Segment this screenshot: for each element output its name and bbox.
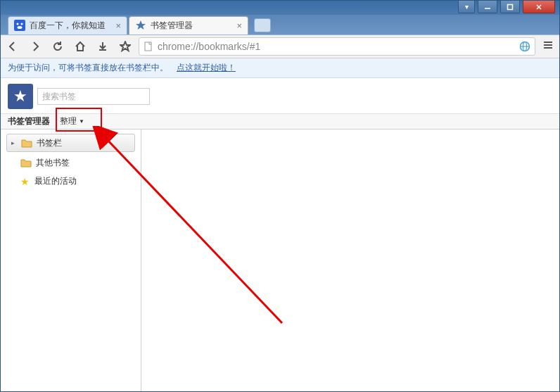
svg-point-6 bbox=[21, 23, 23, 25]
star-icon bbox=[120, 41, 131, 52]
dropdown-triangle-icon: ▼ bbox=[79, 118, 84, 125]
arrow-right-icon bbox=[30, 41, 41, 52]
tree-item-recent[interactable]: ★ 最近的活动 bbox=[1, 172, 141, 190]
organize-menu[interactable]: 整理 ▼ bbox=[60, 115, 84, 127]
tab-strip: 百度一下，你就知道 × 书签管理器 × bbox=[1, 15, 559, 35]
address-bar[interactable]: chrome://bookmarks/#1 bbox=[139, 37, 535, 56]
url-text: chrome://bookmarks/#1 bbox=[158, 41, 515, 52]
bookmark-body: ▸ 书签栏 其他书签 ★ 最近的活动 bbox=[1, 129, 559, 391]
tree-item-label: 最近的活动 bbox=[34, 175, 77, 187]
back-button[interactable] bbox=[6, 40, 19, 53]
manager-label: 书签管理器 bbox=[8, 115, 50, 127]
download-icon bbox=[97, 41, 108, 52]
menu-button[interactable] bbox=[542, 39, 554, 54]
expand-triangle-icon[interactable]: ▸ bbox=[11, 139, 15, 146]
window-dropdown-button[interactable]: ▾ bbox=[458, 1, 475, 13]
info-bar: 为便于访问，可将书签直接放在书签栏中。 点这就开始啦！ bbox=[1, 58, 559, 77]
star-favicon-icon bbox=[135, 20, 146, 31]
new-tab-button[interactable] bbox=[254, 18, 271, 32]
bookmark-menubar: 书签管理器 整理 ▼ bbox=[1, 113, 559, 130]
tree-item-bookmarks-bar[interactable]: ▸ 书签栏 bbox=[6, 134, 135, 152]
folder-icon bbox=[20, 158, 32, 167]
bookmark-list-pane bbox=[141, 129, 559, 391]
svg-marker-8 bbox=[136, 20, 146, 30]
baidu-favicon-icon bbox=[14, 20, 25, 31]
star-icon: ★ bbox=[20, 176, 30, 186]
page-icon bbox=[144, 42, 153, 51]
window-close-button[interactable] bbox=[523, 1, 555, 13]
folder-icon bbox=[21, 138, 32, 148]
arrow-left-icon bbox=[7, 41, 18, 52]
tab-close-icon[interactable]: × bbox=[115, 20, 121, 31]
info-bar-link[interactable]: 点这就开始啦！ bbox=[177, 62, 236, 74]
window-minimize-button[interactable] bbox=[478, 1, 497, 13]
nav-toolbar: chrome://bookmarks/#1 bbox=[1, 35, 559, 58]
window-maximize-button[interactable] bbox=[500, 1, 520, 13]
svg-rect-1 bbox=[508, 4, 513, 9]
chevron-down-icon: ▾ bbox=[465, 3, 469, 11]
bookmark-star-button[interactable] bbox=[119, 40, 132, 53]
svg-rect-4 bbox=[14, 20, 25, 31]
maximize-icon bbox=[507, 4, 514, 11]
svg-point-7 bbox=[18, 26, 23, 29]
home-icon bbox=[75, 41, 86, 52]
tab-title: 书签管理器 bbox=[151, 20, 232, 32]
info-bar-text: 为便于访问，可将书签直接放在书签栏中。 bbox=[8, 62, 168, 74]
tab-title: 百度一下，你就知道 bbox=[30, 20, 111, 32]
bookmark-search-input[interactable] bbox=[37, 88, 150, 105]
hamburger-icon bbox=[542, 39, 554, 51]
svg-marker-9 bbox=[120, 42, 130, 51]
bookmark-tree: ▸ 书签栏 其他书签 ★ 最近的活动 bbox=[1, 129, 141, 391]
close-icon bbox=[535, 4, 542, 11]
tab-close-icon[interactable]: × bbox=[236, 20, 242, 31]
reload-button[interactable] bbox=[51, 40, 64, 53]
tree-item-label: 书签栏 bbox=[37, 137, 62, 149]
home-button[interactable] bbox=[74, 40, 87, 53]
tab-bookmarks[interactable]: 书签管理器 × bbox=[129, 16, 248, 34]
forward-button[interactable] bbox=[29, 40, 42, 53]
tree-item-other-bookmarks[interactable]: 其他书签 bbox=[1, 153, 141, 172]
organize-label: 整理 bbox=[60, 115, 77, 127]
tab-baidu[interactable]: 百度一下，你就知道 × bbox=[8, 16, 127, 34]
bookmark-manager-logo-icon: ★ bbox=[8, 84, 33, 109]
reload-icon bbox=[52, 41, 63, 52]
svg-point-5 bbox=[17, 23, 19, 25]
window-titlebar: ▾ bbox=[1, 1, 559, 15]
download-button[interactable] bbox=[96, 40, 109, 53]
tree-item-label: 其他书签 bbox=[36, 157, 70, 169]
minimize-icon bbox=[484, 4, 491, 11]
globe-icon bbox=[519, 41, 530, 52]
svg-rect-10 bbox=[145, 42, 151, 51]
bookmark-manager-header: ★ bbox=[1, 78, 559, 113]
